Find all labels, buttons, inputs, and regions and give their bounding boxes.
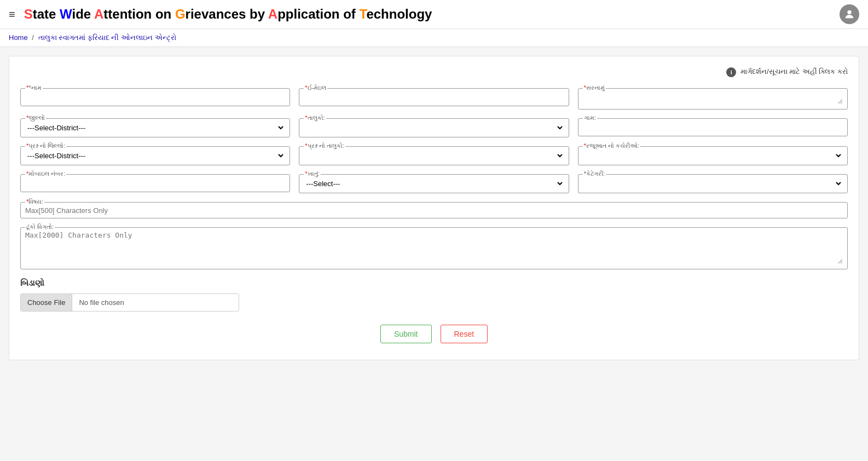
- taluka-group: *તાલુકો:: [299, 118, 569, 137]
- mobile-label: *મોબાઇલ નંબર:: [25, 170, 66, 177]
- prob-taluka-col: *પ્રશ્ન નો તાલુકો:: [299, 146, 569, 165]
- form-row-1: **નામ *ઈ-મેઇલ *સરનામું: [20, 88, 848, 110]
- email-col: *ઈ-મેઇલ: [299, 88, 569, 110]
- surname-group: *સરનામું: [578, 88, 848, 110]
- taluka-col: *તાલુકો:: [299, 118, 569, 137]
- mobile-input[interactable]: [25, 178, 285, 188]
- account-label: *ખાતું:: [304, 170, 320, 177]
- village-label: ગામ:: [583, 114, 597, 122]
- village-col: ગામ:: [578, 118, 848, 137]
- email-group: *ઈ-મેઇલ: [299, 88, 569, 106]
- prob-district-select[interactable]: ---Select-District---: [25, 150, 285, 162]
- surname-label: *સરનામું: [583, 84, 606, 91]
- reset-button[interactable]: Reset: [441, 325, 488, 343]
- village-group: ગામ:: [578, 118, 848, 136]
- submit-button[interactable]: Submit: [380, 325, 432, 343]
- district-select[interactable]: ---Select-District---: [25, 122, 285, 134]
- choose-file-button[interactable]: Choose File: [21, 294, 72, 311]
- prob-district-group: *પ્રશ્ન નો જિલ્લો: ---Select-District---: [20, 146, 290, 165]
- name-label: **નામ: [25, 84, 43, 91]
- file-input-wrapper: Choose File No file chosen: [20, 293, 239, 312]
- surname-col: *સરનામું: [578, 88, 848, 110]
- account-select[interactable]: ---Select---: [304, 178, 564, 189]
- village-input[interactable]: [583, 122, 843, 132]
- prob-taluka-select[interactable]: [304, 150, 564, 162]
- subject-input[interactable]: [25, 206, 843, 215]
- district-col: *જીલ્લો ---Select-District---: [20, 118, 290, 137]
- category-label: *કેટેગરી:: [583, 170, 606, 177]
- category-col: *કેટેગરી:: [578, 174, 848, 193]
- surname-textarea[interactable]: [583, 92, 843, 104]
- district-group: *જીલ્લો ---Select-District---: [20, 118, 290, 137]
- info-icon: i: [726, 67, 736, 77]
- category-select[interactable]: [583, 178, 843, 189]
- breadcrumb-separator: /: [32, 33, 34, 42]
- form-row-2: *જીલ્લો ---Select-District--- *તાલુકો: ગ…: [20, 118, 848, 137]
- breadcrumb-current[interactable]: તાલુકા સ્વાગતમાં ફરિયાદ ની ઓનલાઇન એન્ટ્ર…: [38, 33, 176, 42]
- prob-district-col: *પ્રશ્ન નો જિલ્લો: ---Select-District---: [20, 146, 290, 165]
- subject-label: *વિષય:: [25, 198, 44, 205]
- header: ≡ State Wide Attention on Grievances by …: [0, 0, 868, 29]
- name-input[interactable]: [25, 92, 285, 102]
- taluka-label: *તાલુકો:: [304, 114, 326, 122]
- name-group: **નામ: [20, 88, 290, 106]
- representation-col: *રજૂઆત નો કચેરીઓ:: [578, 146, 848, 165]
- taluka-select[interactable]: [304, 122, 564, 134]
- action-buttons: Submit Reset: [20, 325, 848, 349]
- prob-taluka-label: *પ્રશ્ન નો તાલુકો:: [304, 142, 345, 149]
- main-content: i માર્ગદર્શન/સૂચના માટે અહીં ક્લિક કરો *…: [9, 56, 859, 360]
- description-textarea[interactable]: [25, 231, 843, 264]
- menu-icon[interactable]: ≡: [9, 8, 15, 21]
- mobile-col: *મોબાઇલ નંબર:: [20, 174, 290, 193]
- info-bar: i માર્ગદર્શન/સૂચના માટે અહીં ક્લિક કરો: [20, 67, 848, 77]
- svg-point-0: [847, 10, 851, 14]
- representation-group: *રજૂઆત નો કચેરીઓ:: [578, 146, 848, 165]
- representation-select[interactable]: [583, 150, 843, 162]
- app-title: State Wide Attention on Grievances by Ap…: [24, 7, 840, 22]
- representation-label: *રજૂઆત નો કચેરીઓ:: [583, 142, 640, 149]
- description-group: ટૂંકો વિગતો:: [20, 227, 848, 269]
- prob-taluka-group: *પ્રશ્ન નો તાલુકો:: [299, 146, 569, 165]
- district-label: *જીલ્લો: [25, 114, 46, 122]
- form-row-4: *મોબાઇલ નંબર: *ખાતું: ---Select--- *કેટે…: [20, 174, 848, 193]
- email-input[interactable]: [304, 92, 564, 102]
- info-link[interactable]: માર્ગદર્શન/સૂચના માટે અહીં ક્લિક કરો: [740, 67, 848, 76]
- form-row-3: *પ્રશ્ન નો જિલ્લો: ---Select-District---…: [20, 146, 848, 165]
- breadcrumb-home[interactable]: Home: [9, 33, 28, 42]
- subject-group: *વિષય:: [20, 202, 848, 218]
- mobile-group: *મોબાઇલ નંબર:: [20, 174, 290, 192]
- file-name-display: No file chosen: [72, 294, 239, 311]
- attachment-section-label: બિડાણો: [20, 278, 848, 288]
- prob-district-label: *પ્રશ્ન નો જિલ્લો:: [25, 142, 66, 149]
- name-col: **નામ: [20, 88, 290, 110]
- email-label: *ઈ-મેઇલ: [304, 84, 327, 91]
- breadcrumb: Home / તાલુકા સ્વાગતમાં ફરિયાદ ની ઓનલાઇન…: [0, 29, 868, 47]
- account-col: *ખાતું: ---Select---: [299, 174, 569, 193]
- description-label: ટૂંકો વિગતો:: [25, 223, 55, 231]
- category-group: *કેટેગરી:: [578, 174, 848, 193]
- avatar[interactable]: [840, 4, 859, 24]
- account-group: *ખાતું: ---Select---: [299, 174, 569, 193]
